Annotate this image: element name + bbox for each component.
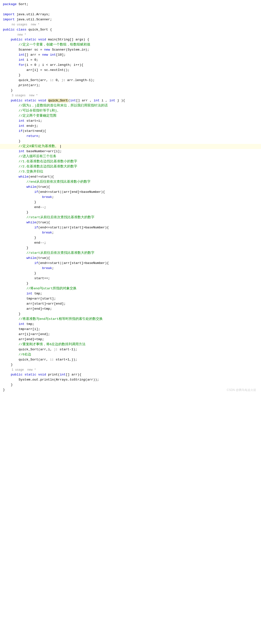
line-content: arr[end]=tmp; [0,306,261,312]
line-break-2: break; [0,230,261,236]
line-close-print: } [0,382,261,388]
line-content: } [0,312,261,317]
line-comment-recurse-left: //重复刚才事情，将6左边的数排列调用方法 [0,342,261,347]
line-content: } [0,281,261,286]
line-class-decl: public class quick_Sort { [0,27,261,32]
watermark: CSDN @腾鸟龟追火箭 [227,388,256,392]
line-arr-start-end: arr[start]=arr[end]; [0,302,261,306]
line-content: start++; [0,276,261,281]
line-content: quick_Sort(arr, i: 0, j: arr.length-1); [0,78,261,83]
line-content: end--; [0,205,261,210]
line-content: arr[i] = sc.nextInt(); [0,68,261,73]
line-return: return; [0,134,261,139]
line-if-start-1: if(end<=start||arr[start]>baseNumber){ [0,225,261,230]
line-while-true-1: while(true){ [0,184,261,190]
line-arr-end-tmp: arr[end]=tmp; [0,306,261,312]
line-close-while-outer: } [0,312,261,317]
line-content: } [0,88,261,93]
line-close-main: } [0,88,261,93]
line-main-decl: public static void main(String[] args) { [0,37,261,42]
line-close-if-inner-2: } [0,236,261,240]
line-content: if(end<=start||arr[end]<baseNumber){ [0,190,261,195]
line-int-tmp-2: int tmp; [0,322,261,327]
line-content: arr[end]=tmp; [0,337,261,342]
line-content: } [0,382,261,388]
line-comment-tasks: //进入循环后有三个任务 [0,154,261,159]
line-arr-decl: int[] arr = new int[10]; [0,52,261,58]
line-comment-swap: //将end与start所指的对象交换 [0,286,261,291]
line-comment-right: //6右边 [0,352,261,357]
line-close-while-3: } [0,281,261,286]
line-content: if(start>end){ [0,129,261,134]
line-content: } [0,246,261,251]
meta-3-usages: 3 usages new * [0,93,261,98]
line-content [0,7,261,12]
line-content: for(i = 0 ; i < arr.length; i++){ [0,63,261,68]
line-comment-task1: //1.在基准数右边找比基准数小的数字 [0,159,261,164]
line-close-quicksort: } [0,362,261,368]
line-comment-task2: //2.在基准数左边找比基准数大的数字 [0,164,261,169]
line-content: int end=j; [0,124,261,129]
line-end-dec-1: end--; [0,205,261,210]
line-close-if-inner-1: } [0,200,261,205]
line-println: System.out.println(Arrays.toString(arr))… [0,378,261,382]
line-arr-i-end: arr[i]=arr[end]; [0,332,261,337]
line-while-outer: while(end!=start){ [0,174,261,180]
line-close-class: } [0,388,261,393]
line-content: } [0,236,261,240]
line-content: } [0,362,261,368]
line-content: print(arr); [0,83,261,88]
line-close-while-1: } [0,210,261,215]
line-content: int baseNumber=arr[i]; [0,149,261,154]
line-content: } [0,73,261,78]
line-content: int tmp; [0,291,261,296]
line-while-true-3: while(true){ [0,256,261,261]
line-content: Scanner sc = new Scanner(System.in); [0,48,261,52]
line-if-start-2: if(end<=start||arr[start]>baseNumber){ [0,261,261,266]
line-content: quick_Sort(arr,i, j: start-1); [0,347,261,352]
line-if-start-end: if(start>end){ [0,129,261,134]
line-content: package Sort; [0,2,261,7]
line-import-arrays: import java.util.Arrays; [0,12,261,17]
line-content: import java.util.Scanner; [0,17,261,22]
line-content: while(true){ [0,256,261,261]
line-content: int start=i; [0,118,261,124]
line-quicksort-left: quick_Sort(arr,i, j: start-1); [0,347,261,352]
line-comment-task3: //3.交换并归位 [0,169,261,174]
line-1: package Sort; [0,2,261,7]
line-comment-start-search-1: //start从前往后依次查找比基准数大的数字 [0,215,261,220]
line-comment-start-search-2: //start从前往后依次查找比基准数大的数字 [0,251,261,256]
line-content: while(end!=start){ [0,174,261,180]
line-close-if-inner-3: } [0,271,261,276]
line-content: public static void print(int[] arr){ [0,372,261,378]
line-scanner: Scanner sc = new Scanner(System.in); [0,48,261,52]
line-comment-ij: //因为i，j是数组的首位和末位，所以我们用双指针法的话 [0,103,261,108]
line-content: int i = 0; [0,58,261,63]
line-basenumber: int baseNumber=arr[i]; [0,149,261,154]
line-content: } [0,139,261,144]
meta-1-usage: 1 usage new * [0,368,261,372]
line-content: int tmp; [0,322,261,327]
line-close-while-2: } [0,246,261,251]
meta-no-usages: no usages new * [0,22,261,27]
line-quicksort-call-1: quick_Sort(arr, i: 0, j: arr.length-1); [0,78,261,83]
line-break-3: break; [0,266,261,271]
line-content: import java.util.Arrays; [0,12,261,17]
line-print-call: print(arr); [0,83,261,88]
line-content: quick_Sort(arr, i: start+1,j); [0,357,261,362]
line-comment-dblptr: //可以令双指针等于i和j。 [0,108,261,114]
line-quicksort-right: quick_Sort(arr, i: start+1,j); [0,357,261,362]
code-editor: package Sort; import java.util.Arrays; i… [0,0,261,394]
line-content: } [0,200,261,205]
line-int-tmp-1: int tmp; [0,291,261,296]
line-content: while(true){ [0,220,261,225]
line-tmp-i: tmp=arr[i]; [0,327,261,332]
line-content: arr[start]=arr[end]; [0,302,261,306]
line-content: arr[i]=arr[end]; [0,332,261,337]
line-content: while(true){ [0,184,261,190]
line-close-if: } [0,139,261,144]
line-start-decl: int start=i; [0,118,261,124]
line-content: return; [0,134,261,139]
line-quicksort-decl: public static void quick_Sort(int[] arr … [0,98,261,103]
line-content: break; [0,266,261,271]
